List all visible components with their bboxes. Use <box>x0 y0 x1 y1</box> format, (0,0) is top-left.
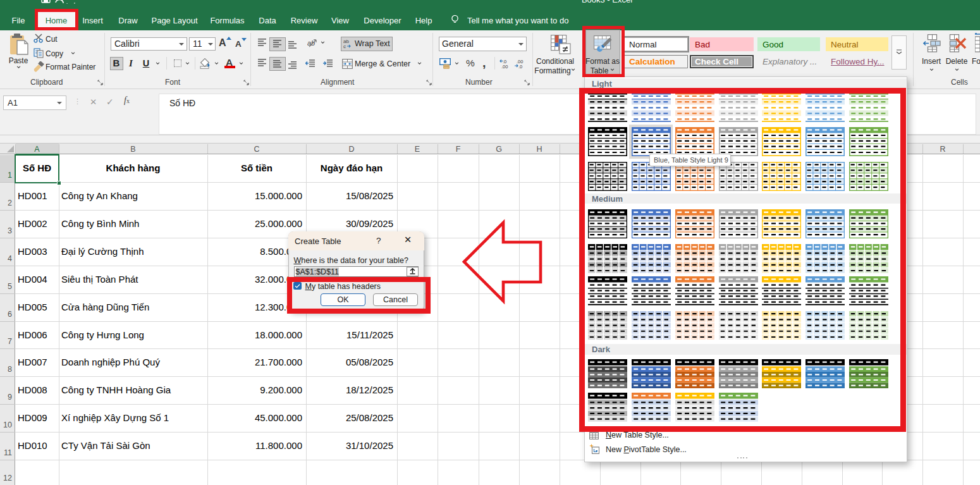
svg-text:.0: .0 <box>518 64 522 69</box>
svg-text:c: c <box>343 44 346 49</box>
svg-text:.00: .00 <box>501 64 508 69</box>
svg-text:ab: ab <box>307 39 315 47</box>
